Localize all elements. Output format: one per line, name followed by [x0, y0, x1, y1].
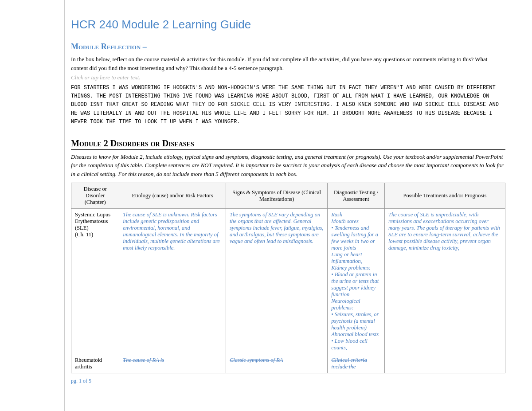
table-row: Rheumatoid arthritis The cause of RA is …: [71, 354, 505, 373]
col-header-treatment: Possible Treatments and/or Prognosis: [385, 183, 505, 209]
etiology-ra: The cause of RA is: [119, 354, 226, 373]
module2-title-text: Module 2 Disorders or Diseases: [71, 138, 194, 148]
page: HCR 240 Module 2 Learning Guide Module R…: [0, 0, 532, 411]
treatment-sle: The course of SLE is unpredictable, with…: [385, 209, 505, 354]
disease-table: Disease or Disorder(Chapter) Etiology (c…: [71, 183, 505, 373]
reflection-description: In the box below, reflect on the course …: [71, 55, 505, 72]
col-header-diagnostic: Diagnostic Testing / Assessment: [328, 183, 385, 209]
signs-ra: Classic symptoms of RA: [226, 354, 327, 373]
reflection-content: FOR STARTERS I WAS WONDERING IF HODGKIN'…: [71, 84, 505, 131]
col-header-etiology: Etiology (cause) and/or Risk Factors: [119, 183, 226, 209]
module2-description: Diseases to know for Module 2, include e…: [71, 153, 505, 179]
table-header-row: Disease or Disorder(Chapter) Etiology (c…: [71, 183, 505, 209]
module2-heading: Module 2 Disorders or Diseases: [71, 138, 505, 150]
reflection-title-text: Module Reflection –: [71, 42, 147, 51]
disease-name-sle: Systemic Lupus Erythematosus (SLE)(Ch. 1…: [71, 209, 119, 354]
page-number: pg. 1 of 5: [71, 378, 91, 384]
reflection-click-placeholder[interactable]: Click or tap here to enter text.: [71, 74, 505, 81]
diagnostic-ra: Clinical criteria include the: [328, 354, 385, 373]
signs-sle: The symptoms of SLE vary depending on th…: [226, 209, 327, 354]
page-footer: pg. 1 of 5: [71, 378, 505, 384]
main-title: HCR 240 Module 2 Learning Guide: [71, 18, 505, 31]
disease-name-ra: Rheumatoid arthritis: [71, 354, 119, 373]
left-margin-bar: [64, 0, 65, 411]
treatment-ra: [385, 354, 505, 373]
col-header-signs: Signs & Symptoms of Disease (Clinical Ma…: [226, 183, 327, 209]
col-header-disease: Disease or Disorder(Chapter): [71, 183, 119, 209]
table-row: Systemic Lupus Erythematosus (SLE)(Ch. 1…: [71, 209, 505, 354]
module-reflection-heading: Module Reflection –: [71, 42, 505, 51]
etiology-sle: The cause of SLE is unknown. Risk factor…: [119, 209, 226, 354]
diagnostic-sle: Rash Mouth sores • Tenderness and swelli…: [328, 209, 385, 354]
